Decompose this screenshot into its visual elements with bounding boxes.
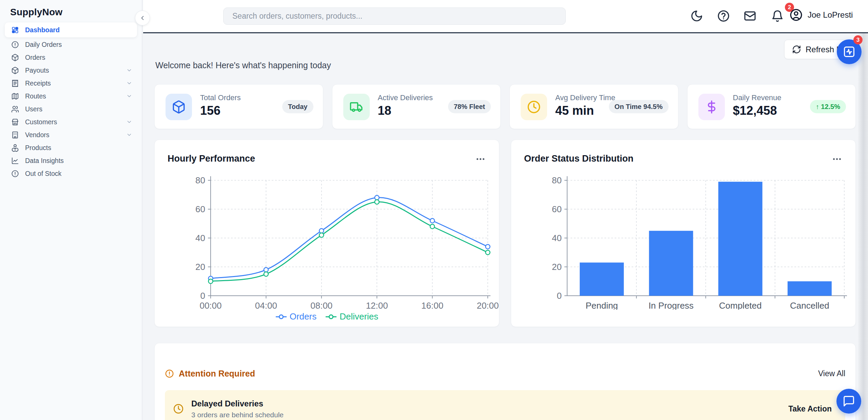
clock-icon bbox=[173, 403, 184, 414]
sidebar-item-customers[interactable]: Customers bbox=[5, 115, 137, 128]
right-edge-gradient bbox=[858, 33, 868, 420]
sidebar-item-label: Receipts bbox=[25, 79, 126, 87]
sidebar: SupplyNow Dashboard Daily Orders Orders … bbox=[0, 0, 142, 420]
stat-value: 18 bbox=[378, 104, 391, 118]
truck-icon bbox=[343, 94, 370, 120]
svg-text:0: 0 bbox=[557, 291, 562, 301]
alert-circle-icon bbox=[165, 369, 174, 378]
stat-label: Total Orders bbox=[200, 93, 241, 102]
stat-value: $12,458 bbox=[733, 104, 777, 118]
view-all-link[interactable]: View All bbox=[818, 369, 845, 378]
sidebar-item-label: Products bbox=[25, 144, 132, 152]
stat-card-active-deliveries: Active Deliveries 18 78% Fleet bbox=[332, 84, 501, 129]
sidebar-item-products[interactable]: Products bbox=[5, 141, 137, 154]
stat-badge: ↑ 12.5% bbox=[810, 100, 846, 113]
sidebar-item-receipts[interactable]: Receipts bbox=[5, 77, 137, 90]
grid-icon bbox=[11, 26, 19, 34]
search-input[interactable] bbox=[223, 7, 566, 25]
package-icon bbox=[11, 67, 19, 74]
chevron-down-icon bbox=[126, 119, 132, 125]
order-status-chart: 020406080PendingIn ProgressCompletedCanc… bbox=[511, 167, 856, 310]
hourly-performance-chart: 02040608000:0004:0008:0012:0016:0020:00 bbox=[155, 167, 500, 310]
svg-text:08:00: 08:00 bbox=[310, 300, 332, 310]
legend-item-deliveries[interactable]: Deliveries bbox=[325, 311, 378, 322]
sidebar-item-label: Users bbox=[25, 105, 132, 113]
chevron-down-icon bbox=[126, 132, 132, 138]
sidebar-item-label: Orders bbox=[25, 54, 132, 61]
building-icon bbox=[11, 131, 19, 139]
stat-label: Avg Delivery Time bbox=[555, 93, 615, 102]
sidebar-item-label: Out of Stock bbox=[25, 170, 132, 178]
chevron-down-icon bbox=[126, 80, 132, 86]
sidebar-item-payouts[interactable]: Payouts bbox=[5, 64, 137, 77]
activity-fab-badge: 3 bbox=[853, 35, 863, 44]
sidebar-item-orders[interactable]: Orders bbox=[5, 51, 137, 64]
package-icon bbox=[166, 94, 192, 120]
topbar: 2 Joe LoPresti bbox=[143, 0, 868, 32]
dollar-icon bbox=[698, 94, 725, 120]
svg-text:80: 80 bbox=[195, 175, 205, 185]
chart-legend: OrdersDeliveries bbox=[155, 311, 499, 322]
ellipsis-menu-icon[interactable] bbox=[830, 155, 844, 164]
order-status-card: Order Status Distribution 020406080Pendi… bbox=[511, 140, 856, 327]
svg-text:0: 0 bbox=[200, 291, 205, 301]
svg-text:20: 20 bbox=[195, 262, 205, 272]
chevron-left-icon bbox=[139, 15, 146, 21]
svg-text:Pending: Pending bbox=[585, 300, 618, 310]
chart-line-icon bbox=[11, 157, 19, 165]
boxes-icon bbox=[11, 144, 19, 152]
chat-bubble-icon bbox=[843, 395, 855, 407]
svg-text:20:00: 20:00 bbox=[477, 300, 499, 310]
svg-text:04:00: 04:00 bbox=[255, 300, 277, 310]
alert-circle-icon bbox=[11, 41, 19, 49]
activity-icon bbox=[843, 45, 855, 58]
sidebar-item-label: Customers bbox=[25, 118, 126, 126]
svg-text:Cancelled: Cancelled bbox=[790, 300, 829, 310]
alert-subtitle: 3 orders are behind schedule bbox=[191, 411, 284, 419]
sidebar-item-dashboard[interactable]: Dashboard bbox=[5, 22, 137, 37]
stat-card-avg-delivery-time: Avg Delivery Time 45 min On Time 94.5% bbox=[509, 84, 678, 129]
take-action-button[interactable]: Take Action bbox=[788, 404, 832, 414]
sidebar-item-data-insights[interactable]: Data Insights bbox=[5, 154, 137, 167]
stat-card-daily-revenue: Daily Revenue $12,458 ↑ 12.5% bbox=[687, 84, 856, 129]
sidebar-item-label: Dashboard bbox=[25, 26, 132, 34]
store-icon bbox=[11, 118, 19, 126]
chevron-down-icon bbox=[126, 67, 132, 73]
sidebar-item-vendors[interactable]: Vendors bbox=[5, 128, 137, 141]
sidebar-item-routes[interactable]: Routes bbox=[5, 90, 137, 103]
chart-title: Order Status Distribution bbox=[524, 153, 634, 164]
sidebar-item-out-of-stock[interactable]: Out of Stock bbox=[5, 167, 137, 180]
chat-fab-button[interactable] bbox=[836, 389, 861, 414]
sidebar-item-users[interactable]: Users bbox=[5, 103, 137, 115]
svg-text:20: 20 bbox=[552, 262, 562, 272]
ellipsis-menu-icon[interactable] bbox=[474, 155, 487, 164]
svg-text:In Progress: In Progress bbox=[649, 300, 694, 310]
moon-icon[interactable] bbox=[690, 10, 703, 22]
svg-text:16:00: 16:00 bbox=[421, 300, 443, 310]
legend-item-orders[interactable]: Orders bbox=[275, 311, 316, 322]
stat-card-total-orders: Total Orders 156 Today bbox=[154, 84, 323, 129]
attention-required-card: Attention Required View All Delayed Deli… bbox=[154, 343, 856, 420]
mail-icon[interactable] bbox=[744, 10, 756, 22]
receipt-icon bbox=[11, 79, 19, 87]
help-icon[interactable] bbox=[717, 10, 730, 22]
alert-circle-icon bbox=[11, 170, 19, 178]
svg-text:40: 40 bbox=[195, 233, 205, 243]
stat-badge: 78% Fleet bbox=[448, 100, 491, 113]
svg-text:Completed: Completed bbox=[719, 300, 762, 310]
user-menu[interactable]: Joe LoPresti bbox=[789, 8, 853, 22]
svg-text:80: 80 bbox=[552, 175, 562, 185]
stat-value: 45 min bbox=[555, 104, 594, 118]
refresh-icon bbox=[792, 45, 801, 54]
svg-text:60: 60 bbox=[552, 204, 562, 214]
chart-title: Hourly Performance bbox=[168, 153, 255, 164]
sidebar-item-label: Data Insights bbox=[25, 157, 132, 165]
clock-icon bbox=[521, 94, 547, 120]
user-name: Joe LoPresti bbox=[808, 10, 853, 20]
sidebar-item-label: Payouts bbox=[25, 67, 126, 74]
welcome-message: Welcome back! Here's what's happening to… bbox=[155, 60, 331, 70]
alert-title: Delayed Deliveries bbox=[191, 399, 284, 408]
sidebar-item-daily-orders[interactable]: Daily Orders bbox=[5, 38, 137, 51]
bell-icon[interactable] bbox=[771, 10, 784, 22]
sidebar-collapse-button[interactable] bbox=[135, 11, 150, 25]
